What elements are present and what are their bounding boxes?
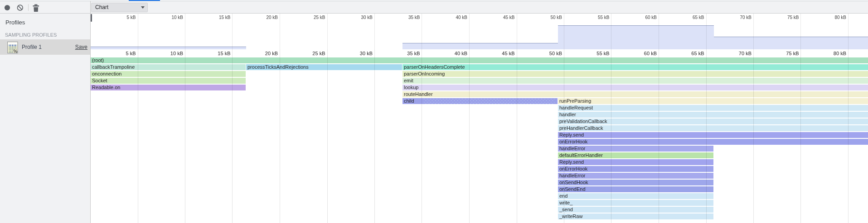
svg-text:%: % xyxy=(14,49,18,54)
